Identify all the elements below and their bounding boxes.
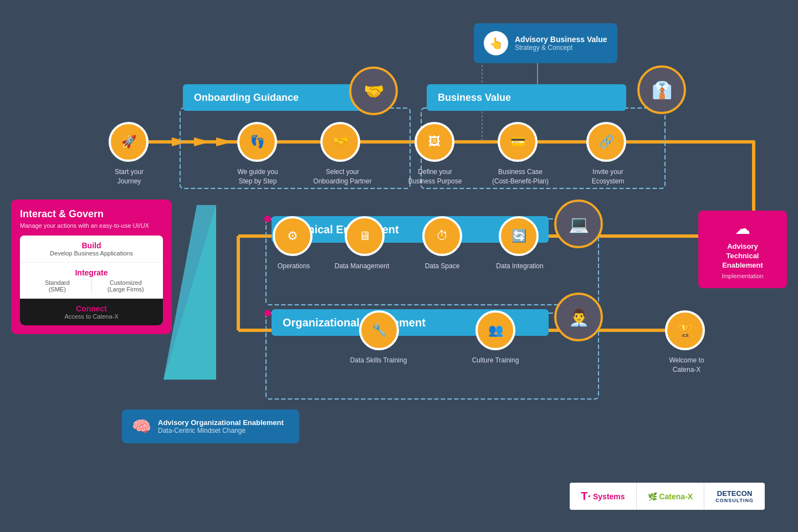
label-define: Define yourBusiness Purpose	[405, 167, 466, 186]
node-business-case: 💳	[498, 122, 538, 162]
integrate-section: Integrate Standard(SME) Customized(Large…	[20, 263, 163, 299]
interact-title: Interact & Govern	[20, 208, 163, 220]
label-business-case: Business Case(Cost-Benefit-Plan)	[484, 167, 556, 186]
node-culture: 👥	[475, 310, 515, 350]
node-welcome: 🏆	[665, 310, 705, 350]
integrate-large: Customized(Large Firms)	[96, 279, 156, 293]
svg-marker-6	[194, 137, 211, 146]
node-data-skills: 🔧	[359, 310, 399, 350]
label-data-space: Data Space	[417, 262, 467, 271]
integrate-sme: Standard(SME)	[28, 279, 87, 293]
label-culture: Culture Training	[462, 356, 529, 365]
label-select: Select yourOnboarding Partner	[309, 167, 376, 186]
connect-label: Connect	[28, 304, 155, 313]
logo-catena: 🌿 Catena-X	[637, 483, 705, 510]
logo-bar: T·Systems 🌿 Catena-X DETECON CONSULTING	[570, 483, 765, 510]
label-operations: Operations	[269, 262, 319, 271]
build-section: Build Develop Business Applications	[20, 236, 163, 263]
advisory-org-icon: 🧠	[132, 417, 151, 436]
node-select: 🤝	[320, 122, 360, 162]
triangle-advisory: Implementation Advise Strategy	[163, 205, 216, 380]
interact-govern-box: Interact & Govern Manage your actions wi…	[11, 200, 172, 334]
svg-marker-22	[163, 205, 216, 380]
advisory-org-title: Advisory Organizational Enablement	[158, 418, 284, 427]
build-label: Build	[28, 241, 155, 250]
advisory-touch-icon: 👆	[484, 31, 508, 55]
label-start: Start your Journey	[104, 167, 154, 186]
advisory-tech-icon: ☁	[735, 219, 750, 238]
photo-organizational: 👨‍💼	[554, 293, 603, 341]
label-data-skills: Data Skills Training	[342, 356, 415, 365]
banner-business: Business Value	[427, 84, 626, 111]
label-guide: We guide youStep by Step	[230, 167, 285, 186]
node-data-space: ⏱	[422, 216, 462, 256]
logo-detecon: DETECON CONSULTING	[704, 483, 765, 510]
node-start: 🚀	[109, 122, 149, 162]
label-data-mgmt: Data Management	[331, 262, 392, 271]
advisory-tech-subtitle: Implementation	[722, 273, 763, 279]
label-data-integration: Data Integration	[487, 262, 553, 271]
connect-sublabel: Access to Catena-X	[28, 313, 155, 320]
advisory-tech-title: AdvisoryTechnicalEnablement	[722, 242, 763, 270]
node-invite: 🔗	[586, 122, 626, 162]
advisory-title: Advisory Business Value	[515, 35, 607, 44]
node-data-mgmt: 🖥	[345, 216, 385, 256]
photo-onboarding: 🤝	[349, 66, 398, 115]
advisory-business-value-box: 👆 Advisory Business Value Strategy & Con…	[474, 23, 617, 63]
node-guide: 👣	[237, 122, 277, 162]
advisory-subtitle: Strategy & Concept	[515, 44, 607, 52]
photo-technical: 💻	[554, 200, 603, 248]
build-sublabel: Develop Business Applications	[28, 250, 155, 257]
label-welcome: Welcome toCatena-X	[656, 356, 717, 375]
advisory-org-box: 🧠 Advisory Organizational Enablement Dat…	[122, 410, 299, 443]
interact-subtitle: Manage your actions with an easy-to-use …	[20, 222, 163, 229]
node-define: 🖼	[415, 122, 454, 162]
svg-point-18	[264, 310, 271, 316]
svg-marker-7	[172, 137, 188, 146]
advisory-org-subtitle: Data-Centric Mindset Change	[158, 427, 284, 434]
node-operations: ⚙	[273, 216, 313, 256]
label-invite: Invite yourEcosystem	[577, 167, 638, 186]
svg-point-17	[264, 216, 271, 222]
integrate-label: Integrate	[28, 268, 155, 277]
photo-business: 👔	[637, 65, 686, 114]
advisory-tech-box: ☁ AdvisoryTechnicalEnablement Implementa…	[698, 211, 787, 288]
node-data-integration: 🔄	[499, 216, 539, 256]
logo-tsystems: T·Systems	[570, 483, 636, 510]
interact-inner: Build Develop Business Applications Inte…	[20, 236, 163, 325]
connect-section: Connect Access to Catena-X	[20, 299, 163, 325]
tsystems-t: T·	[581, 490, 591, 503]
svg-marker-5	[216, 137, 233, 146]
